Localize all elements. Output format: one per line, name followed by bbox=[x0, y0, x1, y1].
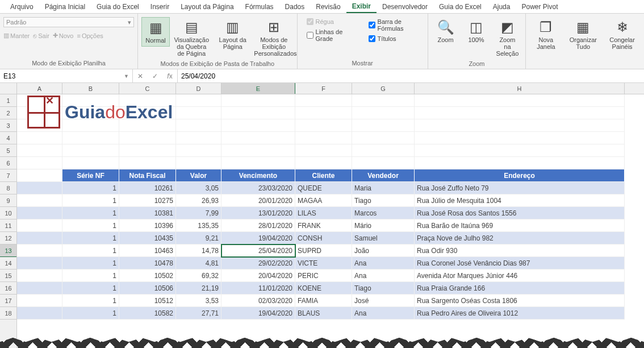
menu-guia-do-excel[interactable]: Guia do Excel bbox=[433, 1, 487, 13]
gridlines-checkbox[interactable]: Linhas de Grade bbox=[307, 27, 357, 43]
cell[interactable]: BLAUS bbox=[295, 307, 352, 320]
headings-checkbox[interactable]: Títulos bbox=[369, 34, 424, 43]
cell[interactable]: 69,32 bbox=[176, 270, 221, 282]
menu-página-inicial[interactable]: Página Inicial bbox=[39, 1, 91, 13]
col-header-C[interactable]: C bbox=[119, 83, 176, 94]
cell[interactable]: 27,71 bbox=[176, 307, 221, 320]
row-header-5[interactable]: 5 bbox=[0, 144, 16, 157]
row-header-6[interactable]: 6 bbox=[0, 157, 16, 169]
cell[interactable]: 13/01/2020 bbox=[221, 207, 295, 219]
arrange-all-button[interactable]: ▦ Organizar Tudo bbox=[564, 17, 601, 52]
cell[interactable]: 3,53 bbox=[176, 295, 221, 307]
cell[interactable]: 14,78 bbox=[176, 245, 221, 257]
row-header-12[interactable]: 12 bbox=[0, 232, 16, 245]
cell[interactable]: 10582 bbox=[119, 307, 176, 320]
row-header-4[interactable]: 4 bbox=[0, 132, 16, 144]
cell[interactable]: 10506 bbox=[119, 282, 176, 295]
cell[interactable]: 02/03/2020 bbox=[221, 295, 295, 307]
cell[interactable]: Praça Nove de Julho 982 bbox=[415, 232, 625, 245]
cell[interactable]: FRANK bbox=[295, 219, 352, 232]
cell[interactable]: 1 bbox=[62, 295, 119, 307]
menu-power-pivot[interactable]: Power Pivot bbox=[516, 1, 563, 13]
cell[interactable]: 1 bbox=[62, 182, 119, 194]
menu-revisão[interactable]: Revisão bbox=[310, 1, 346, 13]
cell[interactable]: 25/04/2020 bbox=[221, 245, 295, 257]
cell[interactable]: Rua José Rosa dos Santos 1556 bbox=[415, 207, 625, 219]
new-button[interactable]: ✚ Novo bbox=[53, 32, 74, 39]
row-header-11[interactable]: 11 bbox=[0, 219, 16, 232]
row-header-17[interactable]: 17 bbox=[0, 295, 16, 307]
cell[interactable]: 1 bbox=[62, 307, 119, 320]
formula-bar-checkbox[interactable]: Barra de Fórmulas bbox=[369, 17, 424, 33]
table-header[interactable]: Vencimento bbox=[221, 169, 295, 182]
page-break-preview-button[interactable]: ▤ Visualização da Quebra de Página bbox=[172, 17, 211, 59]
cell[interactable]: Mário bbox=[352, 219, 415, 232]
cell[interactable]: 1 bbox=[62, 245, 119, 257]
menu-desenvolvedor[interactable]: Desenvolvedor bbox=[377, 1, 433, 13]
cell[interactable]: 10512 bbox=[119, 295, 176, 307]
table-header[interactable]: Vendedor bbox=[352, 169, 415, 182]
menu-inserir[interactable]: Inserir bbox=[145, 1, 175, 13]
cell[interactable]: 10502 bbox=[119, 270, 176, 282]
keep-button[interactable]: ▥ Manter bbox=[3, 32, 30, 39]
cell[interactable]: 28/01/2020 bbox=[221, 219, 295, 232]
table-header[interactable]: Nota Fiscal bbox=[119, 169, 176, 182]
cell[interactable]: 1 bbox=[62, 219, 119, 232]
fx-icon[interactable]: fx bbox=[162, 72, 177, 80]
cell[interactable]: Rua Sargento Oséas Costa 1806 bbox=[415, 295, 625, 307]
row-header-16[interactable]: 16 bbox=[0, 282, 16, 295]
menu-arquivo[interactable]: Arquivo bbox=[5, 1, 39, 13]
row-header-3[interactable]: 3 bbox=[0, 119, 16, 132]
row-header-2[interactable]: 2 bbox=[0, 107, 16, 119]
row-header-10[interactable]: 10 bbox=[0, 207, 16, 219]
col-header-H[interactable]: H bbox=[415, 83, 625, 94]
cell[interactable]: FAMIA bbox=[295, 295, 352, 307]
cancel-formula-icon[interactable]: ✕ bbox=[133, 72, 148, 80]
menu-ajuda[interactable]: Ajuda bbox=[487, 1, 516, 13]
cell[interactable]: Rua José Zuffo Neto 79 bbox=[415, 182, 625, 194]
options-button[interactable]: ≡ Opções bbox=[77, 32, 103, 39]
page-layout-button[interactable]: ▥ Layout da Página bbox=[214, 17, 253, 52]
col-header-B[interactable]: B bbox=[62, 83, 119, 94]
cell[interactable]: 10261 bbox=[119, 182, 176, 194]
cell[interactable]: 1 bbox=[62, 194, 119, 207]
table-header[interactable]: Cliente bbox=[295, 169, 352, 182]
cell[interactable]: 1 bbox=[62, 232, 119, 245]
cell[interactable]: 4,81 bbox=[176, 257, 221, 270]
custom-views-button[interactable]: ⊞ Modos de Exibição Personalizados bbox=[254, 17, 294, 59]
row-header-1[interactable]: 1 bbox=[0, 94, 16, 107]
row-header-14[interactable]: 14 bbox=[0, 257, 16, 270]
cell[interactable]: Rua Barão de Itaúna 969 bbox=[415, 219, 625, 232]
cell[interactable]: 3,05 bbox=[176, 182, 221, 194]
cell[interactable]: 19/04/2020 bbox=[221, 232, 295, 245]
cell[interactable]: Ana bbox=[352, 257, 415, 270]
row-header-13[interactable]: 13 bbox=[0, 245, 16, 257]
cell[interactable]: QUEDE bbox=[295, 182, 352, 194]
col-header-E[interactable]: E bbox=[221, 83, 295, 94]
freeze-panes-button[interactable]: ❄ Congelar Painéis bbox=[604, 17, 641, 52]
style-combo[interactable]: Padrão ▾ bbox=[3, 17, 134, 27]
cell[interactable]: Maria bbox=[352, 182, 415, 194]
cell[interactable]: 1 bbox=[62, 282, 119, 295]
cell[interactable]: 1 bbox=[62, 270, 119, 282]
normal-view-button[interactable]: ▦ Normal bbox=[141, 17, 170, 47]
cell[interactable]: 20/01/2020 bbox=[221, 194, 295, 207]
cell[interactable]: Samuel bbox=[352, 232, 415, 245]
row-header-7[interactable]: 7 bbox=[0, 169, 16, 182]
cell[interactable]: João bbox=[352, 245, 415, 257]
accept-formula-icon[interactable]: ✓ bbox=[148, 72, 162, 80]
cell[interactable]: José bbox=[352, 295, 415, 307]
cell[interactable]: PERIC bbox=[295, 270, 352, 282]
cell[interactable]: 1 bbox=[62, 207, 119, 219]
cell[interactable]: 10381 bbox=[119, 207, 176, 219]
menu-exibir[interactable]: Exibir bbox=[346, 1, 377, 13]
cell[interactable]: MAGAA bbox=[295, 194, 352, 207]
name-box-input[interactable] bbox=[3, 72, 124, 80]
cell[interactable]: 10275 bbox=[119, 194, 176, 207]
cell[interactable]: Rua Coronel José Venâncio Dias 987 bbox=[415, 257, 625, 270]
cell[interactable]: CONSH bbox=[295, 232, 352, 245]
table-header[interactable]: Série NF bbox=[62, 169, 119, 182]
cell[interactable]: Rua Pedro Aires de Oliveira 1012 bbox=[415, 307, 625, 320]
cell[interactable]: 26,93 bbox=[176, 194, 221, 207]
col-header-G[interactable]: G bbox=[352, 83, 415, 94]
